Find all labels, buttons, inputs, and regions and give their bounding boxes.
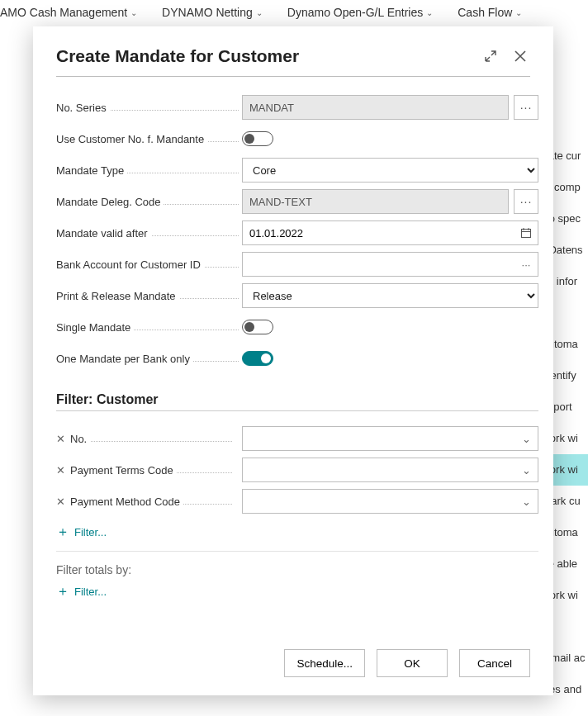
- field-deleg-code: Mandate Deleg. Code ···: [56, 186, 538, 217]
- lookup-button[interactable]: ···: [514, 189, 538, 214]
- modal-footer: Schedule... OK Cancel: [33, 636, 553, 695]
- remove-filter-icon[interactable]: ✕: [56, 496, 65, 508]
- add-filter-label: Filter...: [74, 586, 107, 598]
- label: Payment Method Code: [70, 496, 183, 508]
- bank-account-input[interactable]: [243, 253, 514, 276]
- remove-filter-icon[interactable]: ✕: [56, 433, 65, 445]
- close-icon[interactable]: [510, 46, 530, 66]
- modal-header: Create Mandate for Customer: [33, 26, 553, 76]
- use-customer-no-toggle[interactable]: [242, 131, 273, 146]
- filter-payment-terms-input[interactable]: [243, 458, 514, 481]
- chevron-down-icon[interactable]: ⌄: [514, 427, 538, 450]
- chevron-down-icon: ⌄: [256, 8, 263, 17]
- nav-item-open-gl[interactable]: Dynamo Open-G/L Entries ⌄: [287, 5, 433, 20]
- field-mandate-type: Mandate Type Core: [56, 154, 538, 186]
- field-bank-account: Bank Account for Customer ID ···: [56, 249, 538, 280]
- background-nav: AMO Cash Management ⌄ DYNAMO Netting ⌄ D…: [0, 0, 588, 25]
- field-print-release: Print & Release Mandate Release: [56, 280, 538, 311]
- filter-section-header: Filter: Customer: [56, 392, 538, 411]
- mandate-type-select[interactable]: Core: [242, 158, 538, 183]
- label: No. Series: [56, 102, 110, 114]
- lookup-button[interactable]: ···: [514, 253, 538, 276]
- chevron-down-icon: ⌄: [130, 8, 137, 17]
- one-per-bank-toggle[interactable]: [242, 351, 273, 366]
- label: Mandate valid after: [56, 227, 151, 239]
- create-mandate-modal: Create Mandate for Customer No. Series ·…: [33, 26, 553, 695]
- field-valid-after: Mandate valid after: [56, 217, 538, 249]
- nav-label: Dynamo Open-G/L Entries: [287, 6, 423, 19]
- ok-button[interactable]: OK: [377, 649, 448, 677]
- label: Single Mandate: [56, 321, 134, 334]
- label: One Mandate per Bank only: [56, 353, 193, 365]
- plus-icon: ＋: [56, 583, 69, 600]
- divider: [56, 551, 538, 552]
- filter-payment-terms: ✕ Payment Terms Code ⌄: [56, 454, 538, 486]
- modal-title: Create Mandate for Customer: [56, 46, 471, 66]
- chevron-down-icon[interactable]: ⌄: [514, 458, 538, 481]
- field-no-series: No. Series ···: [56, 92, 538, 123]
- expand-icon[interactable]: [481, 46, 500, 66]
- single-mandate-toggle[interactable]: [242, 320, 273, 334]
- calendar-icon[interactable]: [514, 221, 538, 244]
- print-release-select[interactable]: Release: [242, 283, 538, 308]
- lookup-button[interactable]: ···: [514, 95, 538, 120]
- nav-label: AMO Cash Management: [0, 6, 127, 19]
- remove-filter-icon[interactable]: ✕: [56, 464, 65, 477]
- nav-label: DYNAMO Netting: [162, 6, 253, 19]
- add-filter-label: Filter...: [74, 526, 107, 538]
- label: Print & Release Mandate: [56, 290, 179, 302]
- label: Use Customer No. f. Mandante: [56, 133, 207, 145]
- field-one-per-bank: One Mandate per Bank only: [56, 343, 538, 374]
- filter-no: ✕ No. ⌄: [56, 423, 538, 454]
- label: Payment Terms Code: [70, 464, 177, 477]
- nav-item-cash-flow[interactable]: Cash Flow ⌄: [458, 5, 522, 20]
- modal-body: No. Series ··· Use Customer No. f. Manda…: [33, 77, 553, 636]
- field-use-customer-no: Use Customer No. f. Mandante: [56, 123, 538, 154]
- chevron-down-icon[interactable]: ⌄: [514, 490, 538, 513]
- cancel-button[interactable]: Cancel: [459, 649, 530, 677]
- nav-item-cash-management[interactable]: AMO Cash Management ⌄: [0, 5, 137, 20]
- add-totals-filter-link[interactable]: ＋ Filter...: [56, 583, 538, 600]
- no-series-input[interactable]: [242, 95, 509, 120]
- add-filter-link[interactable]: ＋ Filter...: [56, 524, 538, 541]
- filter-payment-method: ✕ Payment Method Code ⌄: [56, 486, 538, 517]
- label: Bank Account for Customer ID: [56, 258, 204, 271]
- label: Mandate Type: [56, 164, 127, 177]
- filter-payment-method-input[interactable]: [243, 490, 514, 513]
- valid-after-input[interactable]: [243, 221, 514, 244]
- svg-rect-0: [522, 230, 531, 238]
- schedule-button[interactable]: Schedule...: [284, 649, 365, 677]
- filter-no-input[interactable]: [243, 427, 514, 450]
- deleg-code-input[interactable]: [242, 189, 509, 214]
- label: Mandate Deleg. Code: [56, 196, 164, 208]
- chevron-down-icon: ⌄: [515, 8, 522, 17]
- nav-item-netting[interactable]: DYNAMO Netting ⌄: [162, 5, 263, 20]
- plus-icon: ＋: [56, 524, 69, 541]
- filter-totals-label: Filter totals by:: [56, 563, 538, 576]
- label: No.: [70, 433, 90, 445]
- chevron-down-icon: ⌄: [426, 8, 433, 17]
- nav-label: Cash Flow: [458, 6, 512, 19]
- field-single-mandate: Single Mandate: [56, 311, 538, 343]
